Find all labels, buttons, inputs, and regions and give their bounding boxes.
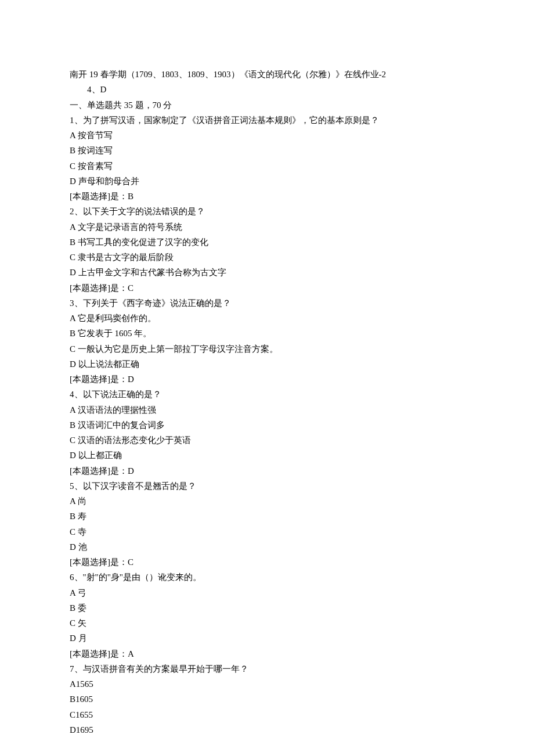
question-option: A 尚 — [70, 494, 464, 509]
question-option: C 一般认为它是历史上第一部拉丁字母汉字注音方案。 — [70, 341, 464, 357]
question-answer: [本题选择]是：B — [70, 189, 464, 204]
question-option: A 它是利玛窦创作的。 — [70, 311, 464, 326]
question-option: C 寺 — [70, 524, 464, 539]
question-answer: [本题选择]是：C — [70, 555, 464, 570]
question-option: C 矢 — [70, 615, 464, 631]
question-option: B 书写工具的变化促进了汉字的变化 — [70, 235, 464, 250]
question-option: D 月 — [70, 631, 464, 646]
question-text: 5、以下汉字读音不是翘舌的是？ — [70, 478, 464, 494]
question-text: 4、以下说法正确的是？ — [70, 387, 464, 402]
question-text: 3、下列关于《西字奇迹》说法正确的是？ — [70, 296, 464, 311]
question-answer: [本题选择]是：D — [70, 463, 464, 478]
question-answer: [本题选择]是：D — [70, 372, 464, 387]
page-title: 南开 19 春学期（1709、1803、1809、1903）《语文的现代化（尔雅… — [70, 67, 464, 82]
question-option: C 隶书是古文字的最后阶段 — [70, 250, 464, 265]
questions-container: 1、为了拼写汉语，国家制定了《汉语拼音正词法基本规则》，它的基本原则是？A 按音… — [70, 113, 464, 737]
question-option: C1655 — [70, 707, 464, 722]
question-option: A1565 — [70, 676, 464, 692]
question-answer: [本题选择]是：A — [70, 646, 464, 661]
question-text: 2、以下关于文字的说法错误的是？ — [70, 204, 464, 219]
question-text: 6、"射"的"身"是由（）讹变来的。 — [70, 570, 464, 585]
question-option: B 委 — [70, 600, 464, 615]
question-option: D 以上说法都正确 — [70, 357, 464, 372]
question-option: C 汉语的语法形态变化少于英语 — [70, 433, 464, 448]
question-option: D 上古甲金文字和古代篆书合称为古文字 — [70, 265, 464, 280]
question-option: D 以上都正确 — [70, 448, 464, 463]
question-option: B 寿 — [70, 509, 464, 524]
question-option: A 按音节写 — [70, 128, 464, 143]
section-heading: 一、单选题共 35 题，70 分 — [70, 98, 464, 113]
question-answer: [本题选择]是：C — [70, 280, 464, 296]
question-option: D1695 — [70, 722, 464, 737]
question-option: C 按音素写 — [70, 159, 464, 174]
question-text: 7、与汉语拼音有关的方案最早开始于哪一年？ — [70, 661, 464, 676]
question-option: A 汉语语法的理据性强 — [70, 402, 464, 417]
question-option: D 池 — [70, 539, 464, 555]
question-option: A 文字是记录语言的符号系统 — [70, 219, 464, 235]
question-option: A 弓 — [70, 585, 464, 600]
question-option: B 它发表于 1605 年。 — [70, 326, 464, 341]
question-option: B 按词连写 — [70, 143, 464, 158]
header-subline: 4、D — [70, 82, 464, 97]
question-text: 1、为了拼写汉语，国家制定了《汉语拼音正词法基本规则》，它的基本原则是？ — [70, 113, 464, 128]
question-option: D 声母和韵母合并 — [70, 174, 464, 189]
question-option: B 汉语词汇中的复合词多 — [70, 417, 464, 433]
question-option: B1605 — [70, 692, 464, 707]
